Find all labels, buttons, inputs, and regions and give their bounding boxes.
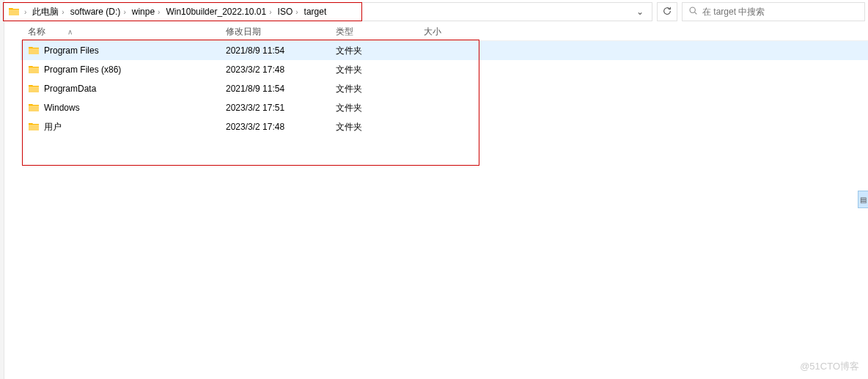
search-icon (688, 6, 698, 18)
chevron-down-icon: ⌄ (636, 7, 644, 17)
folder-icon (8, 6, 20, 18)
file-name: Windows (44, 103, 80, 113)
file-type: 文件夹 (336, 121, 424, 133)
table-row[interactable]: 用户 2023/3/2 17:48 文件夹 (21, 117, 868, 136)
header-type[interactable]: 类型 (336, 26, 424, 38)
header-size[interactable]: 大小 (424, 26, 482, 38)
chevron-right-icon: › (269, 8, 271, 16)
svg-line-1 (695, 12, 697, 15)
breadcrumb-item[interactable]: Win10builder_2022.10.01› (164, 5, 273, 18)
page-icon: ▤ (860, 196, 867, 204)
svg-point-0 (690, 7, 695, 12)
breadcrumb-item[interactable]: 此电脑› (31, 4, 65, 20)
header-name[interactable]: 名称 ∧ (28, 26, 226, 38)
address-bar-row: › 此电脑› software (D:)› winpe› Win10builde… (0, 0, 868, 23)
file-name: 用户 (44, 121, 62, 133)
breadcrumb-item[interactable]: target (303, 5, 328, 18)
file-date: 2023/3/2 17:48 (226, 122, 336, 132)
file-date: 2023/3/2 17:48 (226, 65, 336, 75)
folder-icon (28, 102, 40, 114)
side-tab[interactable]: ▤ (858, 191, 868, 208)
file-list: Program Files 2021/8/9 11:54 文件夹 Program… (21, 41, 868, 136)
table-row[interactable]: Program Files (x86) 2023/3/2 17:48 文件夹 (21, 60, 868, 79)
chevron-right-icon: › (24, 8, 26, 16)
file-type: 文件夹 (336, 83, 424, 95)
folder-icon (28, 83, 40, 95)
table-row[interactable]: Program Files 2021/8/9 11:54 文件夹 (21, 41, 868, 60)
refresh-icon (662, 6, 672, 18)
folder-icon (28, 64, 40, 76)
breadcrumb-item[interactable]: winpe› (130, 5, 162, 18)
folder-icon (28, 121, 40, 133)
watermark: @51CTO博客 (800, 360, 859, 373)
breadcrumb-sep-root[interactable]: › (23, 7, 28, 18)
file-name: ProgramData (44, 84, 96, 94)
chevron-right-icon: › (123, 8, 125, 16)
breadcrumb-bar[interactable]: › 此电脑› software (D:)› winpe› Win10builde… (3, 2, 652, 21)
content-area: 名称 ∧ 修改日期 类型 大小 Program Files 2021/8/9 1… (0, 23, 868, 136)
file-name: Program Files (44, 45, 99, 56)
file-name: Program Files (x86) (44, 65, 121, 75)
chevron-right-icon: › (295, 8, 298, 16)
address-dropdown[interactable]: ⌄ (633, 7, 647, 17)
file-type: 文件夹 (336, 45, 424, 57)
file-type: 文件夹 (336, 102, 424, 114)
refresh-button[interactable] (657, 2, 677, 21)
breadcrumb-item[interactable]: software (D:)› (69, 5, 128, 18)
file-date: 2021/8/9 11:54 (226, 45, 336, 56)
file-date: 2021/8/9 11:54 (226, 84, 336, 94)
search-box[interactable] (682, 2, 865, 21)
header-date[interactable]: 修改日期 (226, 26, 336, 38)
chevron-right-icon: › (62, 8, 64, 16)
folder-icon (28, 45, 40, 56)
column-headers: 名称 ∧ 修改日期 类型 大小 (21, 23, 868, 41)
table-row[interactable]: Windows 2023/3/2 17:51 文件夹 (21, 98, 868, 117)
table-row[interactable]: ProgramData 2021/8/9 11:54 文件夹 (21, 79, 868, 98)
search-input[interactable] (702, 7, 858, 17)
file-type: 文件夹 (336, 64, 424, 76)
chevron-right-icon: › (158, 8, 160, 16)
file-date: 2023/3/2 17:51 (226, 103, 336, 113)
breadcrumb-item[interactable]: ISO› (276, 5, 300, 18)
sort-asc-icon: ∧ (67, 28, 73, 36)
